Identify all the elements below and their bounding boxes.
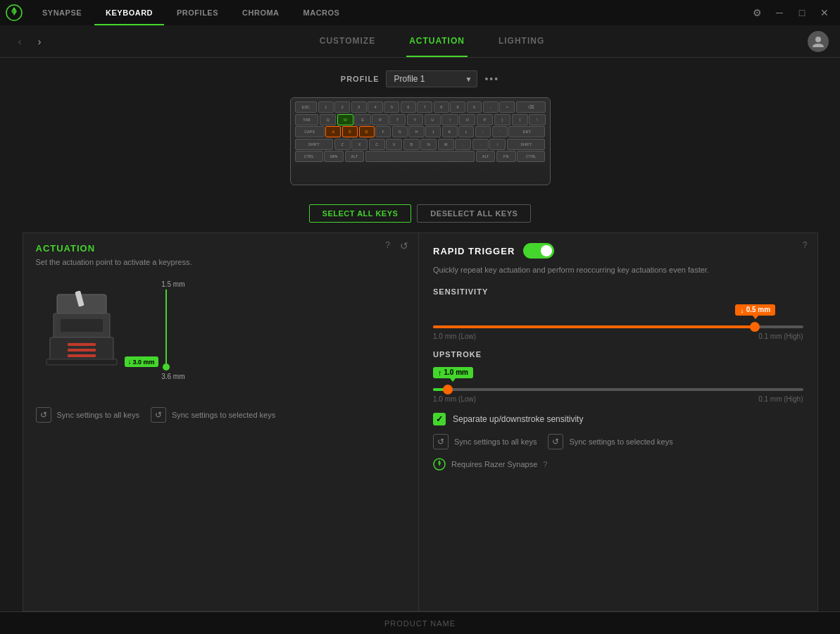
key-y[interactable]: Y: [407, 114, 423, 125]
key-n[interactable]: N: [420, 139, 437, 150]
requires-synapse-row: Requires Razer Synapse ?: [433, 458, 803, 471]
key-period[interactable]: .: [472, 139, 489, 150]
sync-selected-button-right[interactable]: ↺ Sync settings to selected keys: [548, 434, 672, 449]
key-backslash[interactable]: \: [529, 114, 545, 125]
key-h[interactable]: H: [408, 126, 424, 137]
key-v[interactable]: V: [386, 139, 402, 150]
minimize-button[interactable]: ─: [770, 3, 789, 23]
tab-customize[interactable]: CUSTOMIZE: [317, 26, 378, 57]
sensitivity-slider-track[interactable]: [433, 325, 803, 328]
actuation-reset-icon[interactable]: ↺: [400, 240, 408, 251]
rapid-trigger-description: Quickly repeat key actuation and perform…: [433, 264, 803, 276]
key-3[interactable]: 3: [351, 101, 367, 113]
maximize-button[interactable]: □: [792, 3, 812, 23]
key-fn[interactable]: FN: [496, 151, 516, 162]
rapid-trigger-help-icon[interactable]: ?: [803, 240, 808, 250]
key-rshift[interactable]: SHIFT: [507, 139, 546, 150]
key-x[interactable]: X: [351, 139, 368, 150]
key-caps[interactable]: CAPS: [295, 126, 325, 137]
key-7[interactable]: 7: [417, 101, 432, 113]
key-1[interactable]: 1: [318, 101, 334, 113]
settings-button[interactable]: ⚙: [747, 3, 767, 23]
checkbox-checkmark-icon: ✓: [436, 414, 443, 424]
key-comma[interactable]: ,: [455, 139, 471, 150]
key-0[interactable]: 0: [467, 101, 482, 113]
separate-sensitivity-checkbox[interactable]: ✓: [433, 413, 446, 425]
key-space[interactable]: [365, 151, 475, 162]
key-2[interactable]: 2: [334, 101, 350, 113]
key-lalt[interactable]: ALT: [345, 151, 365, 162]
upstroke-badge: ↑ 1.0 mm: [433, 367, 473, 378]
key-semicolon[interactable]: ;: [475, 126, 491, 137]
key-4[interactable]: 4: [368, 101, 383, 113]
key-equals[interactable]: =: [499, 101, 515, 113]
key-ralt[interactable]: ALT: [476, 151, 496, 162]
nav-tab-chroma[interactable]: CHROMA: [231, 0, 291, 25]
key-k[interactable]: K: [442, 126, 458, 137]
key-lctrl[interactable]: CTRL: [295, 151, 323, 162]
key-c[interactable]: C: [369, 139, 385, 150]
key-q[interactable]: Q: [320, 114, 336, 125]
key-e[interactable]: E: [354, 114, 370, 125]
key-lbracket[interactable]: [: [494, 114, 510, 125]
key-esc[interactable]: ESC: [295, 101, 318, 113]
key-f[interactable]: F: [375, 126, 391, 137]
deselect-all-button[interactable]: DESELECT ALL KEYS: [417, 204, 531, 223]
key-tab[interactable]: TAB: [295, 114, 319, 125]
key-s[interactable]: S: [342, 126, 358, 137]
key-t[interactable]: T: [389, 114, 406, 125]
sensitivity-badge: ↓ 0.5 mm: [735, 304, 775, 316]
key-i[interactable]: I: [441, 114, 458, 125]
nav-tab-macros[interactable]: MACROS: [292, 0, 351, 25]
key-j[interactable]: J: [425, 126, 441, 137]
key-g[interactable]: G: [392, 126, 408, 137]
upstroke-slider-track[interactable]: [433, 388, 803, 391]
profile-avatar[interactable]: [808, 31, 829, 52]
nav-tab-keyboard[interactable]: KEYBOARD: [94, 0, 164, 25]
key-minus[interactable]: -: [483, 101, 499, 113]
sync-selected-button-left[interactable]: ↺ Sync settings to selected keys: [151, 407, 275, 423]
select-all-button[interactable]: SELECT ALL KEYS: [309, 204, 412, 223]
key-a[interactable]: A: [325, 126, 341, 137]
key-z[interactable]: Z: [334, 139, 351, 150]
actuation-help-icon[interactable]: ?: [385, 240, 390, 250]
key-o[interactable]: O: [459, 114, 475, 125]
synapse-help-icon[interactable]: ?: [543, 460, 547, 468]
sync-all-button-left[interactable]: ↺ Sync settings to all keys: [36, 407, 139, 423]
nav-tab-synapse[interactable]: SYNAPSE: [31, 0, 93, 25]
forward-arrow-icon[interactable]: ›: [31, 33, 48, 50]
key-6[interactable]: 6: [401, 101, 416, 113]
sync-all-button-right[interactable]: ↺ Sync settings to all keys: [433, 434, 537, 449]
key-d[interactable]: D: [359, 126, 375, 137]
sensitivity-slider-thumb[interactable]: [750, 322, 760, 332]
back-arrow-icon[interactable]: ‹: [11, 33, 28, 50]
key-m[interactable]: M: [438, 139, 454, 150]
key-backspace[interactable]: ⌫: [516, 101, 546, 113]
profile-select[interactable]: Profile 1 Profile 2 Profile 3: [386, 70, 477, 87]
key-slash[interactable]: /: [489, 139, 506, 150]
key-rbracket[interactable]: ]: [512, 114, 528, 125]
key-quote[interactable]: ': [492, 126, 508, 137]
key-8[interactable]: 8: [434, 101, 449, 113]
key-9[interactable]: 9: [450, 101, 465, 113]
key-l[interactable]: L: [458, 126, 474, 137]
key-enter[interactable]: ENT: [508, 126, 545, 137]
key-rctrl[interactable]: CTRL: [517, 151, 545, 162]
key-p[interactable]: P: [477, 114, 493, 125]
nav-tab-profiles[interactable]: PROFILES: [165, 0, 230, 25]
key-r[interactable]: R: [372, 114, 388, 125]
key-5[interactable]: 5: [384, 101, 399, 113]
key-lshift[interactable]: SHIFT: [295, 139, 334, 150]
key-lwin[interactable]: WIN: [324, 151, 344, 162]
close-button[interactable]: ✕: [815, 3, 834, 23]
profile-more-button[interactable]: •••: [484, 73, 499, 85]
key-w[interactable]: W: [337, 114, 353, 125]
rapid-trigger-toggle[interactable]: [523, 243, 554, 259]
tab-actuation[interactable]: ACTUATION: [406, 26, 468, 57]
key-u[interactable]: U: [425, 114, 441, 125]
tab-lighting[interactable]: LIGHTING: [496, 26, 547, 57]
upstroke-slider-thumb[interactable]: [443, 385, 453, 394]
rapid-trigger-panel: ? RAPID TRIGGER Quickly repeat key actua…: [418, 232, 818, 611]
key-b[interactable]: B: [403, 139, 420, 150]
upstroke-slider-labels: 1.0 mm (Low) 0.1 mm (High): [433, 395, 803, 403]
